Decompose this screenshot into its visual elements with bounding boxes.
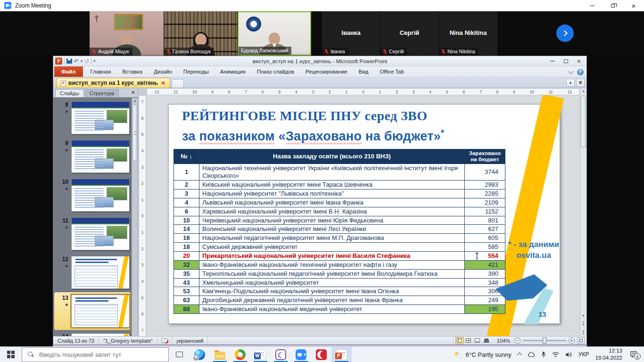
ribbon-tab[interactable]: Вставка — [116, 66, 148, 77]
language-status[interactable]: украинский — [172, 337, 208, 345]
participant-video[interactable]: Галина Волощук — [164, 11, 237, 56]
scroll-down-icon[interactable]: ▼ — [580, 314, 586, 317]
view-slideshow-button[interactable] — [482, 337, 491, 344]
restore-button[interactable] — [603, 0, 623, 11]
slide-thumbnail[interactable]: 11✶ — [54, 215, 131, 253]
new-document-tab[interactable] — [172, 79, 184, 88]
zoom-taskbar-button[interactable] — [291, 347, 311, 362]
onedrive-icon[interactable] — [528, 352, 535, 357]
ranking-table[interactable]: № ↓ Назва закладу освіти (всього 210 ВНЗ… — [173, 149, 505, 314]
slide-thumbnail-image[interactable] — [71, 179, 130, 212]
tab-slides[interactable]: Слайды — [55, 89, 84, 97]
task-view-button[interactable] — [169, 347, 190, 362]
previous-slide-button[interactable]: ▲▲ — [580, 321, 586, 326]
zoom-slider[interactable] — [523, 340, 566, 341]
close-button[interactable]: × — [572, 56, 586, 66]
ribbon-tab[interactable]: Главная — [85, 66, 117, 77]
next-slide-button[interactable]: ▼▼ — [580, 330, 586, 335]
spellcheck-status[interactable] — [157, 337, 172, 345]
participant-tile[interactable]: Nina Nikitina Nina Nikitina — [439, 11, 497, 56]
maximize-button[interactable] — [559, 56, 572, 66]
close-pane-icon[interactable]: ✕ — [131, 90, 135, 96]
ribbon-tab[interactable]: Файл — [54, 66, 83, 77]
tab-list-dropdown[interactable]: ▾ — [566, 79, 575, 87]
ribbon-tab[interactable]: Вид — [353, 66, 374, 77]
clock[interactable]: 12:13 19.04.2022 — [595, 347, 622, 362]
volume-icon[interactable] — [565, 352, 572, 358]
slide-thumbnail[interactable]: 10✶ — [54, 176, 131, 214]
close-tab-button[interactable]: ✕ — [576, 79, 585, 87]
slide-thumbnail-image[interactable] — [71, 140, 130, 173]
fit-to-window-button[interactable] — [577, 337, 585, 344]
language-indicator[interactable]: УКР — [578, 351, 589, 358]
view-sorter-button[interactable] — [464, 337, 473, 344]
zoom-in-button[interactable]: + — [569, 337, 575, 344]
scroll-up-icon[interactable]: ▲ — [580, 89, 586, 92]
microphone-icon[interactable] — [541, 351, 546, 358]
redo-button[interactable]: ↺ — [84, 58, 89, 64]
slide-thumbnail[interactable]: 12✶ — [54, 254, 131, 291]
scrollbar-thumb[interactable] — [132, 105, 137, 161]
search-input[interactable] — [38, 351, 156, 359]
close-button[interactable]: × — [623, 0, 644, 11]
k-player-taskbar-button[interactable] — [311, 347, 331, 362]
document-tab[interactable]: виступ_вступ на 1 курс_квітень ✕ — [56, 78, 170, 88]
participant-video[interactable]: Андрій Міщук — [90, 11, 164, 56]
participant-video-speaking[interactable]: Едуард Лапковський — [238, 11, 311, 56]
save-button[interactable] — [66, 58, 72, 64]
slide-title-line1[interactable]: РЕЙТИНГОВЕ МІСЦЕ ПНУ серед ЗВО — [182, 108, 427, 123]
muted-mic-icon — [92, 49, 96, 54]
ribbon-tab[interactable]: Рецензирование — [300, 66, 353, 77]
zoom-level[interactable]: 104% — [495, 338, 512, 344]
tray-overflow-chevron-icon[interactable] — [517, 353, 522, 358]
next-participants-button[interactable] — [556, 25, 574, 42]
taskbar-search[interactable] — [22, 347, 169, 362]
slide-title-line2[interactable]: за показником «Зараховано на бюджет»* — [182, 128, 444, 144]
slides-pane-scrollbar[interactable]: ▲ — [132, 98, 138, 337]
ribbon-tab[interactable]: Office Tab — [374, 66, 410, 77]
scrollbar-thumb[interactable] — [581, 96, 586, 148]
slide-counter[interactable]: Слайд 13 из 73 — [53, 337, 99, 345]
slide-thumbnail-image[interactable] — [71, 217, 130, 250]
rank-cell: 35 — [174, 269, 199, 278]
ribbon-tab[interactable]: Показ слайдов — [251, 66, 300, 77]
view-normal-button[interactable] — [455, 337, 464, 344]
viber-taskbar-button[interactable] — [271, 347, 291, 362]
slide-thumbnail-image[interactable] — [71, 101, 130, 134]
scroll-up-icon[interactable]: ▲ — [132, 98, 138, 104]
chrome-taskbar-button[interactable] — [230, 347, 250, 362]
powerpoint-taskbar-button[interactable] — [331, 347, 352, 362]
slide-thumbnail[interactable]: 9✶ — [54, 138, 131, 175]
close-tab-icon[interactable]: ✕ — [161, 80, 165, 86]
ribbon-tab[interactable]: Переходы — [178, 66, 215, 77]
zoom-slider-thumb[interactable] — [543, 337, 546, 344]
slide-canvas[interactable]: РЕЙТИНГОВЕ МІСЦЕ ПНУ серед ЗВО за показн… — [168, 104, 560, 324]
ribbon-tab[interactable]: Анимация — [215, 66, 251, 77]
file-explorer-taskbar-button[interactable] — [210, 347, 230, 362]
notification-center-button[interactable]: 2 — [630, 351, 637, 358]
slide-thumbnail[interactable]: 13✶ — [54, 292, 131, 330]
start-button[interactable] — [0, 347, 22, 362]
edge-taskbar-button[interactable] — [190, 347, 210, 362]
participant-tile[interactable]: Сергій Сергій — [380, 11, 438, 56]
ribbon-tab[interactable]: Дизайн — [148, 66, 178, 77]
minimize-button[interactable] — [582, 0, 603, 11]
slide-thumbnail[interactable]: 8✶ — [54, 99, 131, 137]
network-icon[interactable] — [552, 352, 559, 357]
undo-button[interactable]: ↶ — [74, 58, 79, 64]
minimize-button[interactable] — [546, 56, 559, 66]
undo-dropdown[interactable]: ▾ — [81, 59, 83, 63]
powerpoint-app-icon[interactable]: P — [55, 58, 62, 65]
help-icon[interactable]: ? — [577, 69, 584, 75]
participant-tile[interactable]: Іванка Іванка — [322, 11, 380, 56]
zoom-out-button[interactable]: − — [514, 337, 520, 344]
weather-widget[interactable]: 6°C Partly sunny — [454, 351, 512, 358]
view-reading-button[interactable] — [473, 337, 482, 344]
template-name[interactable]: "1_Gregory template" — [99, 337, 157, 345]
canvas-scrollbar[interactable]: ▲ ▼ ▲▲ ▼▼ — [580, 88, 586, 337]
tab-outline[interactable]: Структура — [85, 89, 119, 97]
word-taskbar-button[interactable] — [250, 347, 271, 362]
slide-thumbnail-image[interactable] — [71, 295, 130, 328]
quick-access-dropdown[interactable]: ▾ — [93, 59, 95, 63]
slide-thumbnail-image[interactable] — [71, 256, 130, 289]
